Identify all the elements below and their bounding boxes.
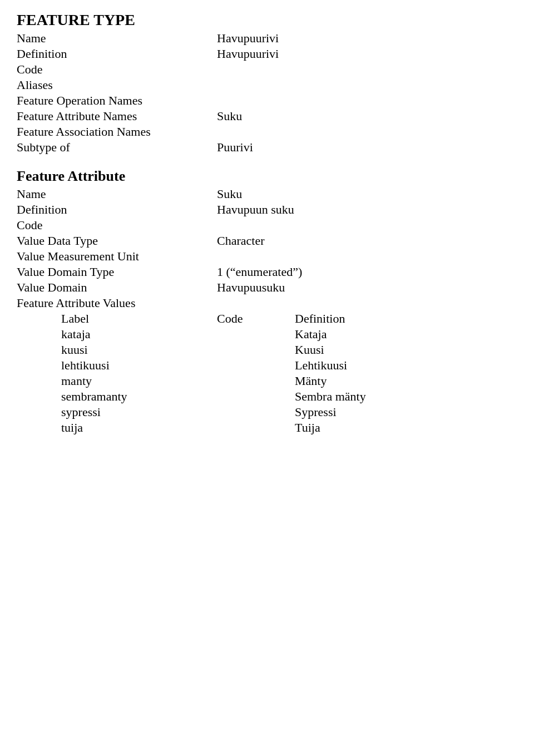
feature-type-aliases-value bbox=[217, 78, 517, 92]
attr-value-lehtikuusi-code bbox=[217, 358, 295, 373]
feature-type-definition-row: Definition Havupuurivi bbox=[17, 47, 517, 61]
attr-value-lehtikuusi-label: lehtikuusi bbox=[61, 358, 217, 373]
feature-attr-data-type-label: Value Data Type bbox=[17, 234, 217, 248]
feature-attr-data-type-row: Value Data Type Character bbox=[17, 234, 517, 248]
feature-type-title: FEATURE TYPE bbox=[17, 11, 517, 29]
feature-attr-code-value bbox=[217, 218, 517, 233]
attr-value-tuija-definition: Tuija bbox=[295, 421, 517, 435]
attr-value-kuusi-code bbox=[217, 343, 295, 357]
feature-attribute-title: Feature Attribute bbox=[17, 168, 517, 185]
feature-attr-name-row: Name Suku bbox=[17, 187, 517, 201]
attr-value-tuija-code bbox=[217, 421, 295, 435]
feature-type-subtype-row: Subtype of Puurivi bbox=[17, 140, 517, 155]
attr-value-manty-definition: Mänty bbox=[295, 374, 517, 388]
feature-attr-domain-type-row: Value Domain Type 1 (“enumerated”) bbox=[17, 265, 517, 279]
attr-value-kataja-label: kataja bbox=[61, 327, 217, 342]
feature-type-code-label: Code bbox=[17, 62, 217, 77]
attr-value-sembramanty-definition: Sembra mänty bbox=[295, 389, 517, 404]
attr-value-kataja-row: kataja Kataja bbox=[17, 327, 517, 342]
feature-attr-code-row: Code bbox=[17, 218, 517, 233]
attr-values-header-code: Code bbox=[217, 312, 295, 326]
feature-attr-values-value bbox=[217, 296, 517, 310]
attr-values-header-label: Label bbox=[61, 312, 217, 326]
feature-attr-domain-row: Value Domain Havupuusuku bbox=[17, 280, 517, 295]
attr-value-sypressi-row: sypressi Sypressi bbox=[17, 405, 517, 419]
feature-attr-domain-type-value: 1 (“enumerated”) bbox=[217, 265, 517, 279]
attr-value-kataja-definition: Kataja bbox=[295, 327, 517, 342]
attr-value-sembramanty-code bbox=[217, 389, 295, 404]
feature-type-name-row: Name Havupuurivi bbox=[17, 31, 517, 46]
feature-type-association-names-label: Feature Association Names bbox=[17, 125, 217, 139]
feature-type-subtype-value: Puurivi bbox=[217, 140, 517, 155]
attr-value-kataja-code bbox=[217, 327, 295, 342]
feature-type-operation-names-value bbox=[217, 93, 517, 108]
feature-type-aliases-label: Aliases bbox=[17, 78, 217, 92]
feature-attr-measurement-unit-label: Value Measurement Unit bbox=[17, 249, 217, 264]
attr-value-tuija-label: tuija bbox=[61, 421, 217, 435]
attr-value-kuusi-label: kuusi bbox=[61, 343, 217, 357]
feature-attr-domain-label: Value Domain bbox=[17, 280, 217, 295]
feature-type-name-value: Havupuurivi bbox=[217, 31, 517, 46]
feature-attr-domain-type-label: Value Domain Type bbox=[17, 265, 217, 279]
feature-type-section: FEATURE TYPE Name Havupuurivi Definition… bbox=[17, 11, 517, 155]
feature-attr-code-label: Code bbox=[17, 218, 217, 233]
feature-type-code-value bbox=[217, 62, 517, 77]
feature-type-attribute-names-label: Feature Attribute Names bbox=[17, 109, 217, 123]
feature-type-subtype-label: Subtype of bbox=[17, 140, 217, 155]
attr-value-kuusi-row: kuusi Kuusi bbox=[17, 343, 517, 357]
attr-value-manty-label: manty bbox=[61, 374, 217, 388]
feature-type-definition-value: Havupuurivi bbox=[217, 47, 517, 61]
attr-value-manty-row: manty Mänty bbox=[17, 374, 517, 388]
feature-attr-measurement-unit-value bbox=[217, 249, 517, 264]
attr-value-sypressi-code bbox=[217, 405, 295, 419]
attr-value-sypressi-label: sypressi bbox=[61, 405, 217, 419]
feature-type-operation-names-row: Feature Operation Names bbox=[17, 93, 517, 108]
feature-attribute-section: Feature Attribute Name Suku Definition H… bbox=[17, 168, 517, 435]
feature-attr-data-type-value: Character bbox=[217, 234, 517, 248]
feature-type-name-label: Name bbox=[17, 31, 217, 46]
feature-type-association-names-row: Feature Association Names bbox=[17, 125, 517, 139]
attr-value-tuija-row: tuija Tuija bbox=[17, 421, 517, 435]
attr-value-lehtikuusi-row: lehtikuusi Lehtikuusi bbox=[17, 358, 517, 373]
feature-type-aliases-row: Aliases bbox=[17, 78, 517, 92]
feature-attr-definition-label: Definition bbox=[17, 202, 217, 217]
feature-type-code-row: Code bbox=[17, 62, 517, 77]
feature-attr-values-label: Feature Attribute Values bbox=[17, 296, 217, 310]
feature-attr-definition-value: Havupuun suku bbox=[217, 202, 517, 217]
feature-attr-domain-value: Havupuusuku bbox=[217, 280, 517, 295]
attr-value-manty-code bbox=[217, 374, 295, 388]
feature-attr-values-row: Feature Attribute Values bbox=[17, 296, 517, 310]
attr-value-lehtikuusi-definition: Lehtikuusi bbox=[295, 358, 517, 373]
attr-value-sembramanty-row: sembramanty Sembra mänty bbox=[17, 389, 517, 404]
attr-values-header-row: Label Code Definition bbox=[17, 312, 517, 326]
feature-type-definition-label: Definition bbox=[17, 47, 217, 61]
feature-attr-definition-row: Definition Havupuun suku bbox=[17, 202, 517, 217]
feature-attr-measurement-unit-row: Value Measurement Unit bbox=[17, 249, 517, 264]
feature-type-attribute-names-value: Suku bbox=[217, 109, 517, 123]
attr-values-header-definition: Definition bbox=[295, 312, 517, 326]
attr-value-sypressi-definition: Sypressi bbox=[295, 405, 517, 419]
attr-value-kuusi-definition: Kuusi bbox=[295, 343, 517, 357]
feature-attr-name-value: Suku bbox=[217, 187, 517, 201]
attr-value-sembramanty-label: sembramanty bbox=[61, 389, 217, 404]
feature-attr-name-label: Name bbox=[17, 187, 217, 201]
feature-type-attribute-names-row: Feature Attribute Names Suku bbox=[17, 109, 517, 123]
feature-type-operation-names-label: Feature Operation Names bbox=[17, 93, 217, 108]
feature-type-association-names-value bbox=[217, 125, 517, 139]
